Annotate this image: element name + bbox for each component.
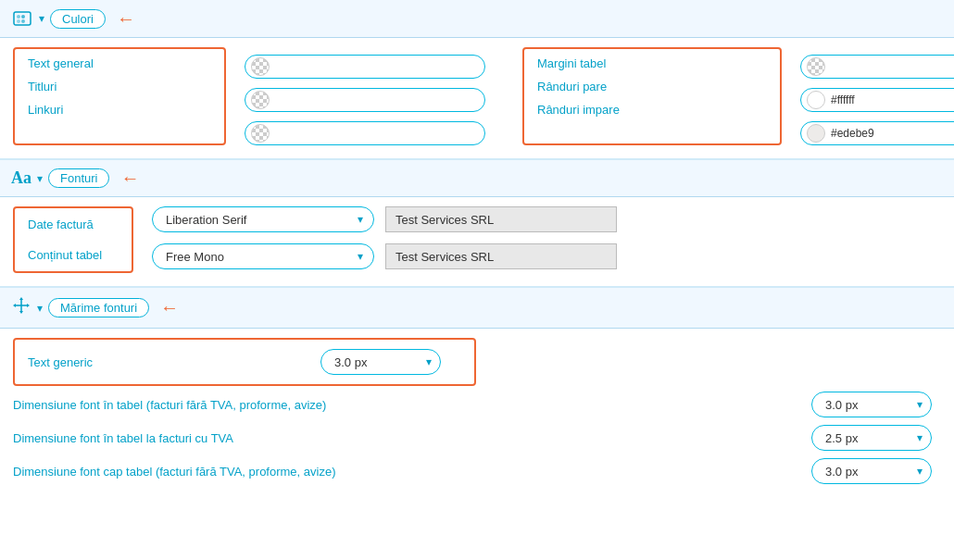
svg-point-2 xyxy=(21,15,25,19)
culori-grid: Text general Titluri Linkuri xyxy=(13,47,941,145)
continut-tabel-preview: Test Services SRL xyxy=(385,243,617,269)
date-factura-row: Liberation Serif Free Mono Arial Test Se… xyxy=(152,206,617,232)
culori-right-box: Margini tabel Rânduri pare Rânduri impar… xyxy=(522,47,782,145)
marime-header: ▾ Mărime fonturi ← xyxy=(0,288,954,329)
linkuri-label: Linkuri xyxy=(28,103,111,117)
linkuri-row: Linkuri xyxy=(28,103,211,117)
dim-font-cap-select[interactable]: 3.0 px 2.5 px 2.0 px xyxy=(811,458,932,484)
dim-font-tva-label: Dimensiune font în tabel la facturi cu T… xyxy=(13,431,793,445)
fonturi-selects: Liberation Serif Free Mono Arial Test Se… xyxy=(152,206,617,269)
randuri-pare-swatch xyxy=(807,91,825,109)
svg-marker-8 xyxy=(19,311,23,314)
marime-content: Text generic 3.0 px 2.5 px 2.0 px 3.5 px… xyxy=(0,329,954,497)
culori-middle xyxy=(245,47,485,145)
text-general-color[interactable] xyxy=(245,55,485,79)
text-generic-label: Text generic xyxy=(28,355,306,369)
randuri-pare-row: Rânduri pare xyxy=(537,80,767,93)
continut-tabel-select-wrap[interactable]: Free Mono Liberation Serif Arial xyxy=(152,243,374,269)
text-generic-select-wrap[interactable]: 3.0 px 2.5 px 2.0 px 3.5 px xyxy=(320,349,441,375)
palette-icon xyxy=(11,7,33,30)
text-general-row: Text general xyxy=(28,56,211,70)
svg-rect-0 xyxy=(14,12,31,25)
fonturi-header: Aa ▾ Fonturi ← xyxy=(0,160,954,197)
marime-outer-box: Text generic 3.0 px 2.5 px 2.0 px 3.5 px xyxy=(13,338,476,386)
dim-font-tabel-select-wrap[interactable]: 3.0 px 2.5 px 2.0 px xyxy=(811,392,932,417)
margini-label: Margini tabel xyxy=(537,56,639,70)
dim-font-tva-select-wrap[interactable]: 2.5 px 3.0 px 2.0 px xyxy=(811,425,932,451)
randuri-pare-value: #ffffff xyxy=(831,93,954,106)
titluri-label: Titluri xyxy=(28,80,111,93)
fonturi-chevron[interactable]: ▾ xyxy=(37,172,43,185)
dim-font-cap-row: Dimensiune font cap tabel (facturi fără … xyxy=(13,458,941,484)
randuri-impare-color[interactable]: #edebe9 xyxy=(800,121,954,145)
svg-point-1 xyxy=(17,15,20,19)
text-generic-select[interactable]: 3.0 px 2.5 px 2.0 px 3.5 px xyxy=(320,349,441,375)
randuri-impare-row: Rânduri impare xyxy=(537,103,767,117)
fonturi-grid: Date factură Conținut tabel Liberation S… xyxy=(13,206,941,273)
culori-label[interactable]: Culori xyxy=(50,9,106,29)
svg-point-4 xyxy=(21,19,25,23)
marime-chevron[interactable]: ▾ xyxy=(37,302,43,315)
culori-header: ▾ Culori ← xyxy=(0,0,954,38)
randuri-impare-value: #edebe9 xyxy=(831,127,954,140)
randuri-impare-swatch xyxy=(807,124,825,143)
culori-arrow: ← xyxy=(117,8,135,30)
margini-swatch xyxy=(807,57,825,76)
continut-tabel-label: Conținut tabel xyxy=(28,248,119,262)
svg-point-3 xyxy=(17,19,20,23)
resize-icon xyxy=(11,295,31,320)
titluri-swatch xyxy=(251,91,270,109)
date-factura-select-wrap[interactable]: Liberation Serif Free Mono Arial xyxy=(152,206,374,232)
randuri-pare-label: Rânduri pare xyxy=(537,80,639,93)
dim-font-tva-select[interactable]: 2.5 px 3.0 px 2.0 px xyxy=(811,425,932,451)
fonturi-arrow: ← xyxy=(120,168,139,189)
dim-font-tva-row: Dimensiune font în tabel la facturi cu T… xyxy=(13,425,941,451)
dim-font-tabel-label: Dimensiune font în tabel (facturi fără T… xyxy=(13,398,793,412)
fonturi-label[interactable]: Fonturi xyxy=(48,168,109,188)
linkuri-color[interactable] xyxy=(245,121,485,145)
font-aa-icon: Aa xyxy=(11,168,31,188)
svg-marker-10 xyxy=(27,304,30,307)
culori-section: ▾ Culori ← Text general Titluri Linkuri xyxy=(0,0,954,160)
date-factura-preview: Test Services SRL xyxy=(385,206,617,232)
randuri-impare-label: Rânduri impare xyxy=(537,103,639,117)
culori-chevron[interactable]: ▾ xyxy=(39,12,44,25)
titluri-color[interactable] xyxy=(245,88,485,112)
fonturi-section: Aa ▾ Fonturi ← Date factură Conținut tab… xyxy=(0,160,954,288)
marime-label[interactable]: Mărime fonturi xyxy=(48,298,149,317)
dim-font-cap-label: Dimensiune font cap tabel (facturi fără … xyxy=(13,465,793,479)
fonturi-content: Date factură Conținut tabel Liberation S… xyxy=(0,197,954,288)
dim-font-cap-select-wrap[interactable]: 3.0 px 2.5 px 2.0 px xyxy=(811,458,932,484)
dim-font-tabel-row: Dimensiune font în tabel (facturi fără T… xyxy=(13,392,941,417)
culori-left-box: Text general Titluri Linkuri xyxy=(13,47,226,145)
continut-tabel-row: Free Mono Liberation Serif Arial Test Se… xyxy=(152,243,617,269)
date-factura-label: Date factură xyxy=(28,218,119,231)
margini-row: Margini tabel xyxy=(537,56,767,70)
randuri-pare-color[interactable]: #ffffff xyxy=(800,88,954,112)
text-general-swatch xyxy=(251,57,270,76)
marime-section: ▾ Mărime fonturi ← Text generic 3.0 px 2… xyxy=(0,288,954,497)
date-factura-select[interactable]: Liberation Serif Free Mono Arial xyxy=(152,206,374,232)
marime-arrow: ← xyxy=(160,297,179,318)
culori-right-pickers: #ffffff #edebe9 xyxy=(800,47,954,145)
linkuri-swatch xyxy=(251,124,270,143)
svg-marker-9 xyxy=(13,304,16,307)
marime-bottom-rows: Dimensiune font în tabel (facturi fără T… xyxy=(13,392,941,484)
margini-color[interactable] xyxy=(800,55,954,79)
continut-tabel-select[interactable]: Free Mono Liberation Serif Arial xyxy=(152,243,374,269)
text-general-label: Text general xyxy=(28,56,111,70)
svg-marker-7 xyxy=(19,297,23,300)
titluri-row: Titluri xyxy=(28,80,211,93)
culori-content: Text general Titluri Linkuri xyxy=(0,38,954,160)
fonturi-left-box: Date factură Conținut tabel xyxy=(13,206,133,273)
dim-font-tabel-select[interactable]: 3.0 px 2.5 px 2.0 px xyxy=(811,392,932,417)
text-generic-row: Text generic 3.0 px 2.5 px 2.0 px 3.5 px xyxy=(28,349,461,375)
